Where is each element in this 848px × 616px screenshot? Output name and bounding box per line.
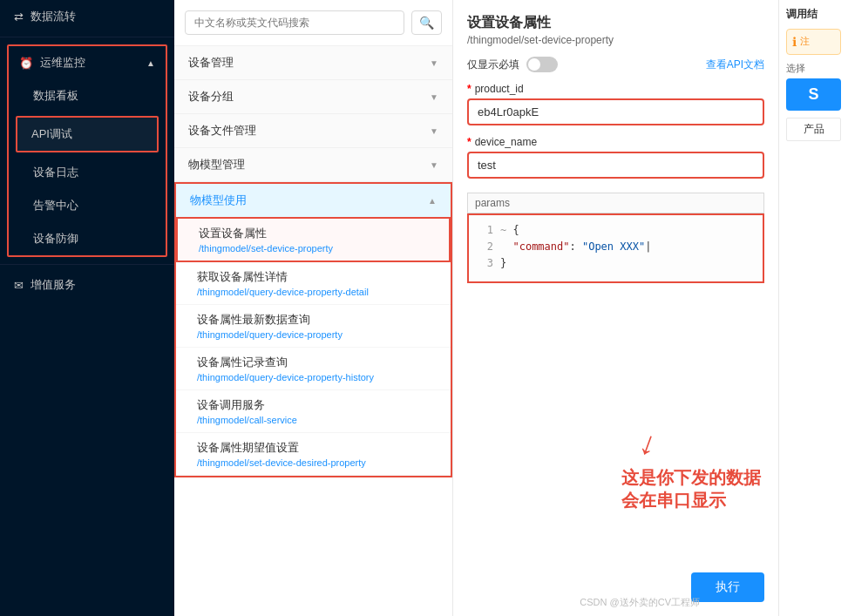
api-list-panel: 🔍 设备管理 ▼ 设备分组 ▼ 设备文件管理 ▼ [174, 0, 453, 616]
api-item-set-device-property[interactable]: 设置设备属性 /thingmodel/set-device-property [176, 217, 451, 262]
annotation-text: 这是你下发的数据会在串口显示 [621, 466, 761, 511]
api-item-query-property-detail[interactable]: 获取设备属性详情 /thingmodel/query-device-proper… [176, 262, 451, 305]
line-num-2: 2 [476, 239, 493, 255]
detail-options: 仅显示必填 查看API文档 [467, 57, 764, 72]
data-flow-icon: ⇄ [14, 10, 24, 24]
chevron-down-icon: ▼ [430, 160, 438, 170]
category-thing-model-use-header[interactable]: 物模型使用 ▲ [176, 184, 451, 217]
search-input[interactable] [185, 10, 404, 35]
code-line-1: 1 ~ { [476, 222, 756, 239]
chevron-up-icon: ▲ [428, 196, 437, 206]
api-item-set-desired-property[interactable]: 设备属性期望值设置 /thingmodel/set-device-desired… [176, 433, 451, 476]
category-device-file-management-header[interactable]: 设备文件管理 ▼ [174, 114, 452, 147]
sidebar-item-op-monitor[interactable]: ⏰ 运维监控 ▲ [9, 46, 166, 79]
result-title: 调用结 [786, 7, 841, 22]
device-name-input[interactable] [467, 152, 764, 179]
line-num-3: 3 [476, 255, 493, 272]
category-device-management-header[interactable]: 设备管理 ▼ [174, 46, 452, 79]
info-icon: ℹ [792, 35, 797, 49]
category-device-file-management: 设备文件管理 ▼ [174, 114, 452, 148]
chevron-down-icon: ▼ [430, 92, 438, 102]
only-required-label: 仅显示必填 [467, 57, 558, 72]
sidebar-item-alert-center[interactable]: 告警中心 [9, 189, 166, 222]
chevron-up-icon: ▲ [146, 58, 155, 68]
sidebar-op-monitor-section: ⏰ 运维监控 ▲ 数据看板 API调试 设备日志 告警中心 设备防御 [7, 44, 167, 257]
result-select-label: 选择 [786, 62, 841, 75]
device-name-label: * device_name [467, 136, 764, 148]
code-line-2: 2 "command": "Open XXX"| [476, 239, 756, 255]
only-required-toggle[interactable] [526, 57, 558, 72]
execute-button[interactable]: 执行 [691, 572, 764, 602]
sidebar-item-api-test[interactable]: API调试 [16, 116, 159, 152]
arrow-icon: ↑ [633, 427, 661, 468]
chevron-down-icon: ▼ [430, 58, 438, 68]
api-scroll-area: 设备管理 ▼ 设备分组 ▼ 设备文件管理 ▼ [174, 46, 452, 616]
result-info: ℹ 注 [786, 29, 841, 55]
api-doc-link[interactable]: 查看API文档 [706, 58, 764, 72]
product-id-label: * product_id [467, 83, 764, 95]
line-num-1: 1 [476, 222, 493, 239]
product-id-field: * product_id [467, 83, 764, 125]
result-info-text: 注 [800, 35, 810, 48]
detail-panel: 设置设备属性 /thingmodel/set-device-property 仅… [453, 0, 778, 616]
category-device-management: 设备管理 ▼ [174, 46, 452, 80]
sidebar-item-device-defense[interactable]: 设备防御 [9, 222, 166, 255]
sidebar-item-added-service[interactable]: ✉ 增值服务 [0, 268, 174, 301]
device-name-field: * device_name [467, 136, 764, 179]
sidebar: ⇄ 数据流转 ⏰ 运维监控 ▲ 数据看板 API调试 设备日志 告警中心 设备防… [0, 0, 174, 616]
api-item-call-service[interactable]: 设备调用服务 /thingmodel/call-service [176, 390, 451, 433]
s-box: S [786, 78, 841, 111]
chevron-down-icon: ▼ [430, 126, 438, 136]
sidebar-item-data-board[interactable]: 数据看板 [9, 79, 166, 112]
toggle-knob [528, 58, 540, 71]
search-button[interactable]: 🔍 [411, 10, 442, 35]
main-area: 🔍 设备管理 ▼ 设备分组 ▼ 设备文件管理 ▼ [174, 0, 848, 616]
search-bar: 🔍 [174, 0, 452, 46]
product-field: 产品 [786, 118, 841, 141]
clock-icon: ⏰ [19, 57, 33, 70]
api-item-query-latest-property[interactable]: 设备属性最新数据查询 /thingmodel/query-device-prop… [176, 305, 451, 348]
category-device-group-header[interactable]: 设备分组 ▼ [174, 80, 452, 113]
product-id-input[interactable] [467, 98, 764, 125]
result-panel: 调用结 ℹ 注 选择 S 产品 [778, 0, 848, 616]
detail-title: 设置设备属性 [467, 14, 764, 32]
category-device-group: 设备分组 ▼ [174, 80, 452, 114]
added-service-icon: ✉ [14, 279, 24, 292]
api-item-query-property-history[interactable]: 设备属性记录查询 /thingmodel/query-device-proper… [176, 348, 451, 390]
category-thing-model-management-header[interactable]: 物模型管理 ▼ [174, 148, 452, 181]
detail-header: 设置设备属性 /thingmodel/set-device-property [467, 14, 764, 46]
annotation-area: ↑ 这是你下发的数据会在串口显示 [621, 429, 761, 511]
detail-path: /thingmodel/set-device-property [467, 34, 764, 46]
category-thing-model-management: 物模型管理 ▼ [174, 148, 452, 182]
code-line-3: 3 } [476, 255, 756, 272]
watermark: CSDN @送外卖的CV工程师 [580, 596, 700, 609]
params-section: params 1 ~ { 2 "command": "Open XXX"| 3 … [467, 193, 764, 283]
params-label: params [467, 193, 764, 213]
code-editor[interactable]: 1 ~ { 2 "command": "Open XXX"| 3 } [467, 213, 764, 283]
sidebar-item-device-log[interactable]: 设备日志 [9, 156, 166, 189]
sidebar-item-data-flow[interactable]: ⇄ 数据流转 [0, 0, 174, 33]
category-thing-model-use: 物模型使用 ▲ 设置设备属性 /thingmodel/set-device-pr… [174, 182, 452, 477]
